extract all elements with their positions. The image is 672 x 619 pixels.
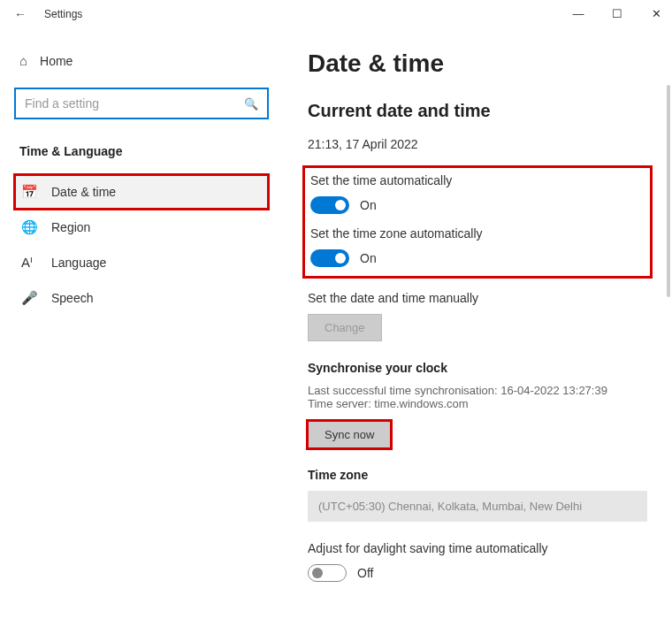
- sidebar-item-label: Language: [51, 256, 106, 270]
- sidebar: ⌂ Home 🔍 Time & Language 📅 Date & time 🌐…: [0, 28, 283, 619]
- scrollbar[interactable]: [667, 85, 670, 297]
- language-icon: Aᴵ: [21, 255, 37, 271]
- titlebar: ← Settings — ☐ ✕: [0, 0, 672, 28]
- nav-home-label: Home: [40, 54, 73, 68]
- close-button[interactable]: ✕: [647, 7, 665, 20]
- sync-last: Last successful time synchronisation: 16…: [308, 384, 647, 397]
- sidebar-item-speech[interactable]: 🎤 Speech: [14, 280, 269, 316]
- maximize-button[interactable]: ☐: [608, 7, 626, 20]
- tz-heading: Time zone: [308, 468, 647, 482]
- page-title: Date & time: [308, 50, 647, 78]
- back-button[interactable]: ←: [14, 7, 28, 21]
- search-input[interactable]: [25, 96, 244, 111]
- search-box[interactable]: 🔍: [14, 88, 269, 119]
- dst-label: Adjust for daylight saving time automati…: [308, 541, 647, 555]
- manual-label: Set the date and time manually: [308, 291, 647, 305]
- auto-tz-state: On: [360, 251, 377, 265]
- search-icon: 🔍: [244, 97, 258, 111]
- section-current: Current date and time: [308, 101, 647, 121]
- calendar-clock-icon: 📅: [21, 184, 37, 200]
- sidebar-item-region[interactable]: 🌐 Region: [14, 210, 269, 245]
- dst-state: Off: [357, 566, 373, 580]
- auto-time-label: Set the time automatically: [310, 173, 645, 187]
- auto-settings-group: Set the time automatically On Set the ti…: [302, 165, 653, 279]
- auto-tz-toggle[interactable]: [310, 249, 349, 267]
- content: Date & time Current date and time 21:13,…: [283, 28, 672, 619]
- app-title: Settings: [44, 8, 82, 20]
- sidebar-item-label: Region: [51, 220, 90, 234]
- sync-now-button[interactable]: Sync now: [308, 421, 391, 448]
- minimize-button[interactable]: —: [569, 7, 587, 20]
- sync-heading: Synchronise your clock: [308, 361, 647, 375]
- current-datetime: 21:13, 17 April 2022: [308, 137, 647, 151]
- sidebar-item-date-time[interactable]: 📅 Date & time: [14, 174, 269, 210]
- sync-server: Time server: time.windows.com: [308, 397, 647, 410]
- globe-icon: 🌐: [21, 219, 37, 235]
- auto-time-toggle[interactable]: [310, 196, 349, 214]
- category-header: Time & Language: [19, 144, 269, 158]
- auto-time-state: On: [360, 198, 377, 212]
- sidebar-item-language[interactable]: Aᴵ Language: [14, 245, 269, 280]
- sidebar-item-label: Speech: [51, 291, 93, 305]
- change-button: Change: [308, 314, 382, 341]
- home-icon: ⌂: [19, 53, 27, 68]
- dst-toggle: [308, 564, 347, 582]
- tz-select: (UTC+05:30) Chennai, Kolkata, Mumbai, Ne…: [308, 491, 647, 522]
- nav-home[interactable]: ⌂ Home: [14, 46, 269, 75]
- microphone-icon: 🎤: [21, 290, 37, 306]
- auto-tz-label: Set the time zone automatically: [310, 226, 645, 241]
- sidebar-item-label: Date & time: [51, 185, 116, 199]
